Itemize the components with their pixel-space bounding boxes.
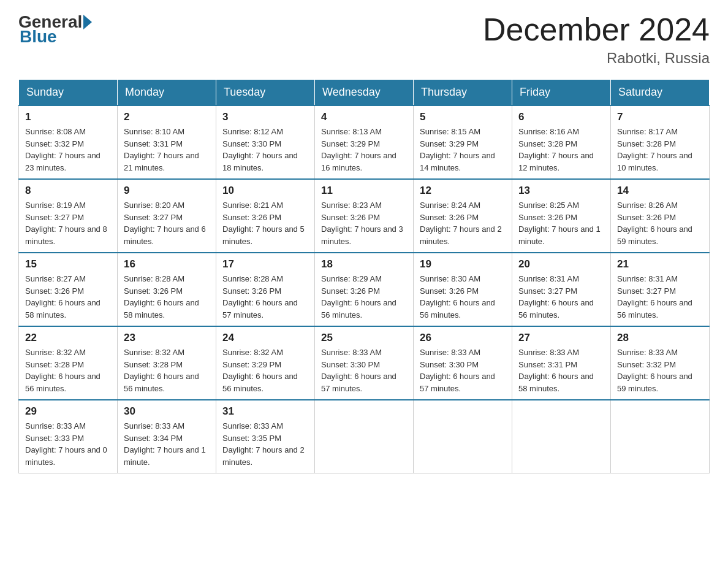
col-thursday: Thursday — [414, 80, 512, 106]
day-info: Sunrise: 8:28 AM Sunset: 3:26 PM Dayligh… — [124, 273, 210, 321]
table-row: 4 Sunrise: 8:13 AM Sunset: 3:29 PM Dayli… — [315, 105, 414, 179]
table-row: 17 Sunrise: 8:28 AM Sunset: 3:26 PM Dayl… — [216, 253, 315, 326]
day-info: Sunrise: 8:23 AM Sunset: 3:26 PM Dayligh… — [321, 199, 407, 247]
day-info: Sunrise: 8:33 AM Sunset: 3:30 PM Dayligh… — [420, 347, 506, 394]
day-number: 31 — [222, 405, 308, 418]
table-row: 22 Sunrise: 8:32 AM Sunset: 3:28 PM Dayl… — [19, 326, 118, 400]
day-number: 6 — [518, 111, 604, 123]
table-row — [414, 400, 512, 473]
day-number: 13 — [518, 185, 604, 197]
table-row: 7 Sunrise: 8:17 AM Sunset: 3:28 PM Dayli… — [611, 105, 710, 179]
day-info: Sunrise: 8:21 AM Sunset: 3:26 PM Dayligh… — [222, 199, 308, 247]
col-tuesday: Tuesday — [216, 80, 315, 106]
page-header: General Blue December 2024 Rabotki, Russ… — [18, 12, 710, 67]
day-info: Sunrise: 8:28 AM Sunset: 3:26 PM Dayligh… — [222, 273, 308, 321]
day-info: Sunrise: 8:33 AM Sunset: 3:33 PM Dayligh… — [25, 420, 111, 468]
calendar-subtitle: Rabotki, Russia — [483, 50, 710, 67]
logo-arrow-icon — [83, 15, 92, 29]
day-info: Sunrise: 8:33 AM Sunset: 3:35 PM Dayligh… — [222, 420, 308, 468]
day-number: 16 — [124, 258, 210, 270]
calendar-week-row: 22 Sunrise: 8:32 AM Sunset: 3:28 PM Dayl… — [19, 326, 710, 400]
day-info: Sunrise: 8:08 AM Sunset: 3:32 PM Dayligh… — [25, 126, 111, 174]
day-info: Sunrise: 8:25 AM Sunset: 3:26 PM Dayligh… — [518, 199, 604, 247]
table-row: 12 Sunrise: 8:24 AM Sunset: 3:26 PM Dayl… — [414, 179, 512, 253]
day-info: Sunrise: 8:26 AM Sunset: 3:26 PM Dayligh… — [617, 199, 703, 247]
day-info: Sunrise: 8:15 AM Sunset: 3:29 PM Dayligh… — [420, 126, 506, 174]
day-info: Sunrise: 8:31 AM Sunset: 3:27 PM Dayligh… — [617, 273, 703, 321]
day-info: Sunrise: 8:33 AM Sunset: 3:32 PM Dayligh… — [617, 347, 703, 394]
day-number: 7 — [617, 111, 703, 123]
title-section: December 2024 Rabotki, Russia — [483, 12, 710, 67]
table-row: 1 Sunrise: 8:08 AM Sunset: 3:32 PM Dayli… — [19, 105, 118, 179]
day-number: 26 — [420, 332, 506, 344]
table-row: 25 Sunrise: 8:33 AM Sunset: 3:30 PM Dayl… — [315, 326, 414, 400]
day-number: 22 — [25, 332, 111, 344]
table-row — [315, 400, 414, 473]
table-row: 30 Sunrise: 8:33 AM Sunset: 3:34 PM Dayl… — [118, 400, 216, 473]
table-row: 2 Sunrise: 8:10 AM Sunset: 3:31 PM Dayli… — [118, 105, 216, 179]
day-number: 10 — [222, 185, 308, 197]
day-number: 14 — [617, 185, 703, 197]
day-number: 30 — [124, 405, 210, 418]
day-info: Sunrise: 8:33 AM Sunset: 3:30 PM Dayligh… — [321, 347, 407, 394]
day-number: 8 — [25, 185, 111, 197]
day-info: Sunrise: 8:20 AM Sunset: 3:27 PM Dayligh… — [124, 199, 210, 247]
table-row: 24 Sunrise: 8:32 AM Sunset: 3:29 PM Dayl… — [216, 326, 315, 400]
day-info: Sunrise: 8:24 AM Sunset: 3:26 PM Dayligh… — [420, 199, 506, 247]
calendar-week-row: 29 Sunrise: 8:33 AM Sunset: 3:33 PM Dayl… — [19, 400, 710, 473]
day-info: Sunrise: 8:30 AM Sunset: 3:26 PM Dayligh… — [420, 273, 506, 321]
calendar-header-row: Sunday Monday Tuesday Wednesday Thursday… — [19, 80, 710, 106]
table-row: 14 Sunrise: 8:26 AM Sunset: 3:26 PM Dayl… — [611, 179, 710, 253]
day-number: 19 — [420, 258, 506, 270]
day-number: 23 — [124, 332, 210, 344]
table-row: 6 Sunrise: 8:16 AM Sunset: 3:28 PM Dayli… — [512, 105, 611, 179]
calendar-table: Sunday Monday Tuesday Wednesday Thursday… — [18, 79, 710, 473]
table-row: 16 Sunrise: 8:28 AM Sunset: 3:26 PM Dayl… — [118, 253, 216, 326]
col-friday: Friday — [512, 80, 611, 106]
logo: General Blue — [18, 12, 93, 47]
day-number: 21 — [617, 258, 703, 270]
table-row: 20 Sunrise: 8:31 AM Sunset: 3:27 PM Dayl… — [512, 253, 611, 326]
day-info: Sunrise: 8:32 AM Sunset: 3:28 PM Dayligh… — [25, 347, 111, 394]
day-info: Sunrise: 8:10 AM Sunset: 3:31 PM Dayligh… — [124, 126, 210, 174]
day-info: Sunrise: 8:33 AM Sunset: 3:31 PM Dayligh… — [518, 347, 604, 394]
day-number: 20 — [518, 258, 604, 270]
table-row: 31 Sunrise: 8:33 AM Sunset: 3:35 PM Dayl… — [216, 400, 315, 473]
calendar-week-row: 1 Sunrise: 8:08 AM Sunset: 3:32 PM Dayli… — [19, 105, 710, 179]
table-row: 21 Sunrise: 8:31 AM Sunset: 3:27 PM Dayl… — [611, 253, 710, 326]
day-info: Sunrise: 8:12 AM Sunset: 3:30 PM Dayligh… — [222, 126, 308, 174]
day-number: 3 — [222, 111, 308, 123]
day-number: 9 — [124, 185, 210, 197]
table-row: 18 Sunrise: 8:29 AM Sunset: 3:26 PM Dayl… — [315, 253, 414, 326]
day-number: 12 — [420, 185, 506, 197]
day-number: 1 — [25, 111, 111, 123]
day-number: 4 — [321, 111, 407, 123]
day-info: Sunrise: 8:31 AM Sunset: 3:27 PM Dayligh… — [518, 273, 604, 321]
col-monday: Monday — [118, 80, 216, 106]
day-info: Sunrise: 8:27 AM Sunset: 3:26 PM Dayligh… — [25, 273, 111, 321]
day-info: Sunrise: 8:17 AM Sunset: 3:28 PM Dayligh… — [617, 126, 703, 174]
table-row: 23 Sunrise: 8:32 AM Sunset: 3:28 PM Dayl… — [118, 326, 216, 400]
day-number: 2 — [124, 111, 210, 123]
col-sunday: Sunday — [19, 80, 118, 106]
day-number: 24 — [222, 332, 308, 344]
day-number: 11 — [321, 185, 407, 197]
day-number: 5 — [420, 111, 506, 123]
day-info: Sunrise: 8:32 AM Sunset: 3:28 PM Dayligh… — [124, 347, 210, 394]
day-number: 25 — [321, 332, 407, 344]
table-row — [611, 400, 710, 473]
table-row: 10 Sunrise: 8:21 AM Sunset: 3:26 PM Dayl… — [216, 179, 315, 253]
table-row: 13 Sunrise: 8:25 AM Sunset: 3:26 PM Dayl… — [512, 179, 611, 253]
table-row: 26 Sunrise: 8:33 AM Sunset: 3:30 PM Dayl… — [414, 326, 512, 400]
day-info: Sunrise: 8:33 AM Sunset: 3:34 PM Dayligh… — [124, 420, 210, 468]
calendar-title: December 2024 — [483, 12, 710, 47]
calendar-week-row: 15 Sunrise: 8:27 AM Sunset: 3:26 PM Dayl… — [19, 253, 710, 326]
table-row: 9 Sunrise: 8:20 AM Sunset: 3:27 PM Dayli… — [118, 179, 216, 253]
table-row: 5 Sunrise: 8:15 AM Sunset: 3:29 PM Dayli… — [414, 105, 512, 179]
day-number: 18 — [321, 258, 407, 270]
col-saturday: Saturday — [611, 80, 710, 106]
col-wednesday: Wednesday — [315, 80, 414, 106]
day-number: 27 — [518, 332, 604, 344]
table-row: 11 Sunrise: 8:23 AM Sunset: 3:26 PM Dayl… — [315, 179, 414, 253]
day-info: Sunrise: 8:13 AM Sunset: 3:29 PM Dayligh… — [321, 126, 407, 174]
